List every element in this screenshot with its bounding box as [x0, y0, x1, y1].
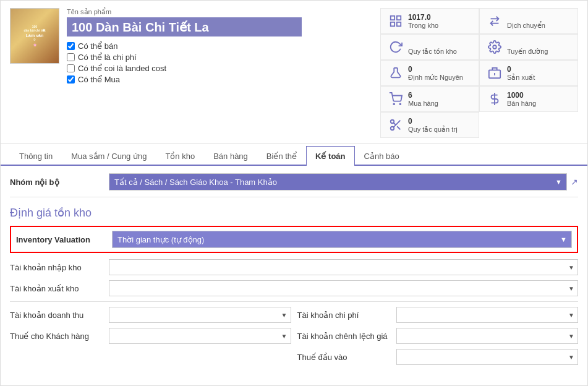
svg-line-14 [397, 126, 400, 129]
checkbox-co-the-mua[interactable]: Có thể Mua [67, 75, 373, 84]
tab-ton-kho[interactable]: Tồn kho [156, 146, 204, 166]
trong-kho-label: Trong kho [408, 22, 438, 29]
tab-ban-hang[interactable]: Bán hàng [204, 146, 257, 166]
tuyen-duong-label: Tuyến đường [507, 48, 548, 56]
svg-rect-2 [391, 22, 394, 26]
tai-khoan-doanh-thu-item: Tài khoản doanh thu ▼ [10, 307, 291, 323]
svg-rect-1 [397, 16, 401, 20]
refresh-icon [387, 38, 404, 56]
tab-ke-toan[interactable]: Kế toán [306, 146, 354, 166]
checkbox-co-the-chi-phi[interactable]: Có thể là chi phí [67, 53, 373, 62]
thue-dau-vao-spacer [10, 349, 291, 365]
quy-tac-ton-kho-label: Quy tắc tồn kho [408, 48, 457, 56]
dich-chuyen-value [507, 13, 545, 22]
thue-cho-khach-hang-label: Thuế cho Khách hàng [10, 332, 109, 341]
tab-thong-tin[interactable]: Thông tin [10, 146, 62, 166]
tai-khoan-nhap-kho-select[interactable] [109, 259, 578, 275]
tai-khoan-chenh-lech-gia-select[interactable] [396, 328, 579, 344]
tai-khoan-chenh-lech-gia-item: Tài khoản chênh lệch giá ▼ [297, 328, 579, 344]
divider-1 [10, 197, 578, 197]
section-title-dinh-gia: Định giá tồn kho [10, 206, 578, 220]
stat-san-xuat[interactable]: 0 Sản xuất [479, 60, 578, 86]
tai-khoan-nhap-kho-select-wrap: ▼ [109, 259, 578, 275]
tai-khoan-chenh-lech-gia-wrap: ▼ [396, 328, 579, 344]
nhom-noi-bo-select[interactable]: Tất cả / Sách / Sách Giáo Khoa - Tham Kh… [109, 173, 567, 191]
quy-tac-quan-tri-label: Quy tắc quản trị [408, 126, 458, 134]
factory-icon [486, 64, 503, 82]
arrow-transfer-icon [486, 12, 503, 30]
trong-kho-value: 1017.0 [408, 13, 438, 22]
two-col-row-2: Thuế cho Khách hàng ▼ Tài khoản chênh lệ… [10, 328, 578, 344]
cart-icon [387, 90, 404, 108]
tai-khoan-nhap-kho-label: Tài khoản nhập kho [10, 263, 109, 272]
two-col-row-3: Thuế đầu vào ▼ [10, 349, 578, 365]
mua-hang-value: 6 [408, 91, 438, 100]
product-image: 100dàn bài chi tiết Làm văn 9 🌸 [10, 8, 59, 64]
ban-hang-label: Bán hàng [507, 100, 536, 107]
product-name-input[interactable]: 100 Dàn Bài Chi Tiết La [67, 17, 302, 36]
checkbox-co-the-ban[interactable]: Có thể bán [67, 41, 373, 51]
san-xuat-value: 0 [507, 65, 535, 74]
product-info-panel: Tên sản phẩm 100 Dàn Bài Chi Tiết La Có … [67, 8, 373, 138]
stat-quy-tac-quan-tri[interactable]: 0 Quy tắc quản trị [380, 112, 479, 138]
stat-mua-hang[interactable]: 6 Mua hàng [380, 86, 479, 112]
flask-icon [387, 64, 404, 82]
dinh-muc-nguyen-value: 0 [408, 65, 463, 74]
ban-hang-value: 1000 [507, 91, 536, 100]
inventory-valuation-select[interactable]: Thời gian thực (tự động) [112, 231, 572, 248]
tai-khoan-doanh-thu-select[interactable] [109, 307, 291, 323]
nhom-noi-bo-label: Nhóm nội bộ [10, 178, 109, 187]
nhom-noi-bo-row: Nhóm nội bộ Tất cả / Sách / Sách Giáo Kh… [10, 173, 578, 191]
divider-2 [10, 301, 578, 302]
thue-cho-khach-hang-item: Thuế cho Khách hàng ▼ [10, 328, 291, 344]
dollar-icon [486, 90, 503, 108]
quy-tac-quan-tri-value: 0 [408, 117, 458, 126]
svg-point-6 [493, 45, 496, 49]
tai-khoan-xuat-kho-select-wrap: ▼ [109, 280, 578, 296]
stat-dinh-muc-nguyen[interactable]: 0 Định mức Nguyên [380, 60, 479, 86]
thue-dau-vao-wrap: ▼ [396, 349, 579, 365]
tab-canh-bao[interactable]: Cảnh báo [355, 146, 409, 166]
tai-khoan-chi-phi-wrap: ▼ [396, 307, 579, 323]
thue-cho-khach-hang-select[interactable] [109, 328, 291, 344]
stat-tuyen-duong[interactable]: Tuyến đường [479, 34, 578, 60]
tai-khoan-doanh-thu-wrap: ▼ [109, 307, 291, 323]
tai-khoan-xuat-kho-select[interactable] [109, 280, 578, 296]
tai-khoan-chenh-lech-gia-label: Tài khoản chênh lệch giá [297, 332, 396, 341]
thue-dau-vao-item: Thuế đầu vào ▼ [297, 349, 579, 365]
tuyen-duong-value [507, 39, 548, 48]
tai-khoan-xuat-kho-label: Tài khoản xuất kho [10, 284, 109, 293]
tai-khoan-chi-phi-item: Tài khoản chi phí ▼ [297, 307, 579, 323]
tai-khoan-nhap-kho-row: Tài khoản nhập kho ▼ [10, 259, 578, 275]
grid-icon [387, 12, 404, 30]
san-xuat-label: Sản xuất [507, 74, 535, 82]
tai-khoan-xuat-kho-row: Tài khoản xuất kho ▼ [10, 280, 578, 296]
stat-trong-kho[interactable]: 1017.0 Trong kho [380, 8, 479, 34]
tab-mua-sam[interactable]: Mua sắm / Cung ứng [62, 146, 156, 166]
svg-point-12 [391, 127, 394, 131]
two-col-row-1: Tài khoản doanh thu ▼ Tài khoản chi phí … [10, 307, 578, 323]
content-area: Nhóm nội bộ Tất cả / Sách / Sách Giáo Kh… [1, 166, 587, 377]
quy-tac-ton-kho-value [408, 39, 457, 48]
stat-ban-hang[interactable]: 1000 Bán hàng [479, 86, 578, 112]
thue-dau-vao-select[interactable] [396, 349, 579, 365]
svg-point-8 [393, 103, 394, 105]
tab-bien-the[interactable]: Biến thể [257, 146, 306, 166]
stat-quy-tac-ton-kho[interactable]: Quy tắc tồn kho [380, 34, 479, 60]
stat-dich-chuyen[interactable]: Dịch chuyển [479, 8, 578, 34]
mua-hang-label: Mua hàng [408, 100, 438, 107]
inventory-valuation-label: Inventory Valuation [16, 235, 112, 244]
external-link-icon[interactable]: ↗ [571, 177, 578, 187]
dich-chuyen-label: Dịch chuyển [507, 22, 545, 30]
tai-khoan-chi-phi-select[interactable] [396, 307, 579, 323]
svg-point-11 [391, 120, 394, 124]
scissors-icon [387, 116, 404, 134]
product-checkboxes: Có thể bán Có thể là chi phí Có thể coi … [67, 41, 373, 84]
checkbox-co-the-landed[interactable]: Có thể coi là landed cost [67, 64, 373, 73]
product-name-label: Tên sản phẩm [67, 8, 373, 16]
dinh-muc-nguyen-label: Định mức Nguyên [408, 74, 463, 82]
thue-cho-khach-hang-wrap: ▼ [109, 328, 291, 344]
gear-icon [486, 38, 503, 56]
tai-khoan-chi-phi-label: Tài khoản chi phí [297, 311, 396, 320]
inventory-valuation-row: Inventory Valuation Thời gian thực (tự đ… [10, 226, 578, 253]
